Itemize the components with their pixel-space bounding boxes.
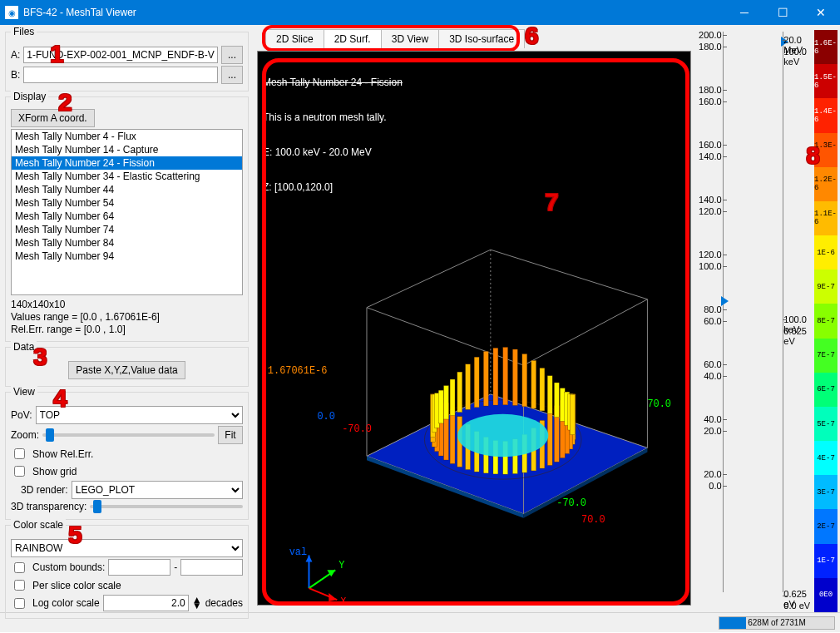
view-tabs: 2D Slice2D Surf.3D View3D Iso-surface [257, 28, 694, 47]
tally-item[interactable]: Mesh Tally Number 14 - Capture [12, 143, 242, 156]
tab-3d-view[interactable]: 3D View [381, 29, 439, 48]
svg-text:70.0: 70.0 [647, 398, 671, 410]
log-scale-checkbox[interactable] [14, 598, 25, 609]
svg-text:-70.0: -70.0 [342, 423, 372, 435]
svg-rect-37 [474, 357, 479, 408]
tab-3d-iso-surface[interactable]: 3D Iso-surface [438, 29, 525, 48]
z-marker-icon[interactable] [721, 296, 729, 306]
transparency-label: 3D transparency: [11, 501, 86, 512]
maximize-button[interactable]: ☐ [763, 0, 802, 25]
colorbar-segment: 1.3E-6 [814, 133, 838, 167]
colorbar-segment: 4E-7 [814, 441, 838, 475]
memory-progress: 628M of 2731M [719, 616, 835, 630]
svg-text:0.0: 0.0 [317, 411, 334, 423]
svg-rect-46 [554, 383, 559, 418]
data-group: Data Paste X,Y,Z,Value data [5, 347, 249, 387]
zoom-slider[interactable] [42, 433, 215, 437]
svg-text:1.67061E-6: 1.67061E-6 [268, 365, 327, 377]
file-a-browse-button[interactable]: ... [221, 46, 243, 64]
svg-rect-39 [493, 348, 498, 405]
tally-item[interactable]: Mesh Tally Number 4 - Flux [12, 130, 242, 143]
colorbar-segment: 8E-7 [814, 304, 838, 338]
tab-2d-slice[interactable]: 2D Slice [265, 29, 324, 48]
close-button[interactable]: ✕ [802, 0, 840, 25]
colorbar: 1.6E-61.5E-61.4E-61.3E-61.2E-61.1E-61E-6… [814, 30, 838, 607]
colorbar-segment: 6E-7 [814, 373, 838, 407]
svg-rect-33 [444, 386, 449, 419]
tally-item[interactable]: Mesh Tally Number 34 - Elastic Scatterin… [12, 170, 242, 183]
bounds-max-input[interactable] [180, 559, 243, 576]
file-b-input[interactable] [23, 67, 218, 83]
file-b-label: B: [11, 69, 20, 81]
svg-text:-70.0: -70.0 [556, 497, 586, 509]
render-select[interactable]: LEGO_PLOT [72, 481, 243, 499]
svg-rect-23 [450, 409, 455, 464]
colorbar-segment: 0E0 [814, 578, 838, 612]
svg-rect-32 [438, 390, 443, 423]
titlebar: ◉ BFS-42 - MeshTal Viewer ─ ☐ ✕ [0, 0, 840, 25]
per-slice-checkbox[interactable] [14, 580, 25, 591]
pov-select[interactable]: TOP [36, 406, 243, 424]
transparency-slider[interactable] [90, 505, 243, 508]
minimize-button[interactable]: ─ [725, 0, 763, 25]
files-group: Files A: ... B: ... [5, 32, 249, 91]
tally-item[interactable]: Mesh Tally Number 64 [12, 210, 242, 223]
file-b-browse-button[interactable]: ... [221, 66, 243, 84]
colorbar-segment: 1.6E-6 [814, 30, 838, 64]
show-grid-checkbox[interactable] [14, 466, 25, 477]
svg-text:Y: Y [338, 560, 344, 571]
paste-data-button[interactable]: Paste X,Y,Z,Value data [68, 361, 185, 379]
z-scale[interactable]: 200.0180.0180.0160.0160.0140.0140.0120.0… [694, 30, 751, 607]
svg-rect-47 [560, 388, 565, 422]
tally-item[interactable]: Mesh Tally Number 74 [12, 223, 242, 236]
svg-rect-40 [503, 347, 508, 404]
decades-input[interactable] [103, 595, 189, 611]
show-relerr-checkbox[interactable] [14, 448, 25, 459]
svg-rect-38 [483, 351, 488, 406]
tally-item[interactable]: Mesh Tally Number 44 [12, 183, 242, 196]
svg-rect-44 [540, 368, 545, 410]
colorscale-select[interactable]: RAINBOW [11, 539, 243, 557]
colorbar-segment: 1.1E-6 [814, 201, 838, 235]
svg-rect-35 [457, 372, 462, 413]
svg-rect-36 [466, 364, 471, 410]
colorbar-segment: 1.5E-6 [814, 64, 838, 98]
tally-item[interactable]: Mesh Tally Number 94 [12, 250, 242, 263]
left-panel: 1 2 3 4 5 Files A: ... B: ... Display XF… [0, 25, 254, 612]
svg-text:X: X [340, 596, 346, 605]
fit-button[interactable]: Fit [218, 426, 243, 444]
zoom-label: Zoom: [11, 429, 39, 441]
file-a-input[interactable] [23, 47, 218, 63]
svg-rect-50 [570, 394, 575, 435]
viewport-3d[interactable]: Mesh Tally Number 24 - Fission This is a… [257, 51, 691, 606]
svg-point-51 [457, 414, 548, 457]
tally-item[interactable]: Mesh Tally Number 54 [12, 196, 242, 210]
colorbar-segment: 2E-7 [814, 509, 838, 543]
colorbar-segment: 5E-7 [814, 407, 838, 441]
tally-item[interactable]: Mesh Tally Number 24 - Fission [12, 156, 242, 170]
right-scales: 8 200.0180.0180.0160.0160.0140.0140.0120… [694, 25, 840, 612]
svg-rect-45 [547, 376, 552, 414]
tab-2d-surf-[interactable]: 2D Surf. [324, 29, 382, 48]
app-icon: ◉ [5, 6, 18, 19]
relerr-range: Rel.Err. range = [0.0 , 1.0] [11, 324, 243, 336]
colorbar-segment: 1E-6 [814, 235, 838, 270]
svg-text:70.0: 70.0 [581, 514, 605, 526]
energy-scale[interactable]: 20.0 MeV 100.0 keV 100.0 keV 0.625 eV 0.… [754, 30, 811, 607]
tally-listbox[interactable]: Mesh Tally Number 4 - FluxMesh Tally Num… [11, 129, 243, 295]
values-range: Values range = [0.0 , 1.67061E-6] [11, 311, 243, 324]
colorbar-segment: 3E-7 [814, 475, 838, 509]
colorbar-segment: 9E-7 [814, 270, 838, 304]
bounds-min-input[interactable] [108, 559, 170, 576]
colorbar-segment: 1E-7 [814, 544, 838, 578]
colorbar-segment: 1.2E-6 [814, 167, 838, 201]
svg-rect-43 [531, 360, 536, 408]
decades-spinner[interactable]: ▲▼ [192, 597, 202, 609]
tally-item[interactable]: Mesh Tally Number 84 [12, 236, 242, 250]
xform-button[interactable]: XForm A coord. [11, 109, 95, 127]
center-panel: 6 7 2D Slice2D Surf.3D View3D Iso-surfac… [254, 25, 694, 612]
svg-rect-34 [450, 379, 455, 416]
mesh-dims: 140x140x10 [11, 299, 243, 311]
custom-bounds-checkbox[interactable] [14, 562, 25, 573]
file-a-label: A: [11, 49, 20, 61]
